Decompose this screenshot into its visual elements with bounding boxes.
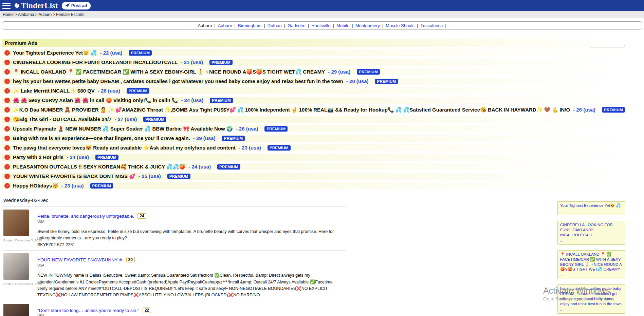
premium-badge: PREMIUM xyxy=(95,155,118,160)
city-link-montgomery[interactable]: Montgomery xyxy=(355,23,380,28)
sidebar-ad-ellipsis: ... xyxy=(560,272,623,278)
city-link-dothan[interactable]: Dothan xyxy=(268,23,282,28)
premium-ad-age: - 20 (usa) xyxy=(346,78,369,84)
premium-badge: PREMIUM xyxy=(268,145,291,151)
age-badge: 22 xyxy=(143,308,151,313)
city-link-gadsden[interactable]: Gadsden xyxy=(288,23,306,28)
paper-plane-icon xyxy=(65,3,70,8)
city-link-muscle-shoals[interactable]: Muscle Shoals xyxy=(386,23,415,28)
sidebar-ad-title: 📍 INCALL OAKLAND 📍 ✅ FACETIME/CAR ✅ WITH… xyxy=(560,252,623,272)
premium-ad-row[interactable]: ↑ The pawg that everyone loves😻 Ready an… xyxy=(2,144,629,151)
premium-ad-row[interactable]: ↑ Upscale Playmate 💄 NEW NUMBER 💦 Super … xyxy=(2,125,629,132)
premium-ad-row[interactable]: ↑ Happy HOlidays🥳 - 23 (usa) PREMIUM xyxy=(2,182,629,189)
premium-ad-row[interactable]: ↑ hey its your best wettes petite baby D… xyxy=(2,78,629,85)
date-heading: Wednesday-03-Dec xyxy=(3,195,346,206)
premium-ad-row[interactable]: ↑ PLEASANTON OUTCALLS !! SEXY KOREAN🥰 TH… xyxy=(2,163,629,170)
listing-photo[interactable] xyxy=(3,253,29,280)
premium-ad-age: - 25 (usa) xyxy=(139,173,161,179)
sidebar-ad-box[interactable]: 📍 INCALL OAKLAND 📍 ✅ FACETIME/CAR ✅ WITH… xyxy=(557,250,625,279)
ad-placeholder-box xyxy=(589,44,625,47)
bump-up-icon: ↑ xyxy=(4,79,10,84)
listing-row: Posted: December 3, 2025 "Don't stare to… xyxy=(3,301,346,316)
listing-photo[interactable] xyxy=(3,210,29,236)
premium-badge: PREMIUM xyxy=(357,69,380,75)
premium-ad-row[interactable]: ↑ 🌺 🌺 Sexy CuRvy Asian 🌺 🌺 in call 🍑 vis… xyxy=(2,97,629,104)
breadcrumb: Home > Alabama > Auburn > Female Escorts xyxy=(0,11,644,18)
listing-title-link[interactable]: YOUR NEW FAVORITE SNOWBUNNY ❄ xyxy=(37,257,123,262)
city-link-huntsville[interactable]: Huntsville xyxy=(311,23,330,28)
breadcrumb-separator: > xyxy=(35,12,37,17)
premium-ad-age: - 24 (usa) xyxy=(181,97,203,103)
city-separator: | xyxy=(445,23,446,28)
premium-ads-heading: Premium Ads xyxy=(2,39,629,47)
city-separator: | xyxy=(284,23,285,28)
premium-badge: PREMIUM xyxy=(129,50,152,56)
premium-ad-row[interactable]: ↑ Party with 2 Hot girls - 24 (usa) PREM… xyxy=(2,154,629,161)
city-separator: | xyxy=(352,23,353,28)
premium-ad-title: 🌺 🌺 Sexy CuRvy Asian 🌺 🌺 in call 🍑 visit… xyxy=(13,97,178,103)
bump-up-icon: ↑ xyxy=(4,88,10,94)
city-separator: | xyxy=(417,23,418,28)
top-bar: TinderList Post ad xyxy=(0,0,644,11)
bump-up-icon: ↑ xyxy=(4,155,10,160)
city-link-birmingham[interactable]: Birmingham xyxy=(238,23,261,28)
age-badge: 24 xyxy=(137,213,146,219)
premium-ad-row[interactable]: ↑ Your Tightest Experience Yet😼 💦 - 22 (… xyxy=(2,49,629,56)
bump-up-icon: ↑ xyxy=(4,107,10,113)
premium-badge: PREMIUM xyxy=(127,88,150,94)
city-link-tuscaloosa[interactable]: Tuscaloosa xyxy=(420,23,443,28)
premium-ad-row[interactable]: ↑ ✨K.O Daa NUMBER 🧸 PROVIDER 🙎 ✨ 💕AMAZIN… xyxy=(2,106,629,113)
premium-ad-row[interactable]: ↑ 📍 INCALL OAKLAND 📍 ✅ FACETIME/CAR ✅ WI… xyxy=(2,68,629,75)
sidebar-ad-title: Your Tightest Experience Yet😼 💦 xyxy=(560,203,623,208)
listing-phone: SKYE702-577-2251 xyxy=(37,242,336,248)
premium-badge: PREMIUM xyxy=(209,60,233,65)
listing-title-link[interactable]: "Don't stare too long… unless you're rea… xyxy=(37,308,139,313)
premium-ad-title: Upscale Playmate 💄 NEW NUMBER 💦 Super So… xyxy=(13,126,233,132)
menu-icon[interactable] xyxy=(2,3,11,9)
premium-badge: PREMIUM xyxy=(602,107,625,113)
bump-up-icon: ↑ xyxy=(4,117,10,122)
listing-photo[interactable] xyxy=(3,304,29,316)
sidebar-ad-box[interactable]: Your Tightest Experience Yet😼 💦 ... xyxy=(557,201,625,215)
premium-ad-title: CINDERELLA LOOKING FOR FUN!!! OAKLAND!!!… xyxy=(13,59,178,65)
city-separator: | xyxy=(382,23,383,28)
premium-ad-row[interactable]: ↑ YOUR WINTER FAVORITE IS BACK DONT MISS… xyxy=(2,173,629,180)
breadcrumb-separator: > xyxy=(53,12,55,17)
sidebar-ad-box[interactable]: CINDERELLA LOOKING FOR FUN!!! OAKLAND!!!… xyxy=(557,221,625,245)
premium-ad-age: - 22 (usa) xyxy=(100,50,123,56)
premium-ad-title: 📍 INCALL OAKLAND 📍 ✅ FACETIME/CAR ✅ WITH… xyxy=(13,69,325,75)
age-badge: 20 xyxy=(126,257,135,262)
bump-up-icon: ↑ xyxy=(4,174,10,179)
city-link-mobile[interactable]: Mobile xyxy=(336,23,349,28)
premium-badge: PREMIUM xyxy=(143,117,166,122)
breadcrumb-category[interactable]: Female Escorts xyxy=(56,12,84,17)
post-ad-button[interactable]: Post ad xyxy=(62,2,91,9)
listings-section: Wednesday-03-Dec Posted: December 3, 202… xyxy=(3,195,346,316)
premium-badge: PREMIUM xyxy=(375,79,398,84)
city-separator: | xyxy=(308,23,309,28)
site-logo[interactable]: TinderList xyxy=(14,1,58,10)
city-nav: Auburn | Auburn | Birmingham | Dothan | … xyxy=(2,21,642,29)
listing-country: USA xyxy=(37,263,336,267)
premium-ad-row[interactable]: ↑ CINDERELLA LOOKING FOR FUN!!! OAKLAND!… xyxy=(2,59,629,66)
listing-title-link[interactable]: Petite, brunette, and dangerously unforg… xyxy=(37,214,134,219)
city-separator: | xyxy=(235,23,236,28)
breadcrumb-city[interactable]: Auburn xyxy=(38,12,52,17)
premium-ad-row[interactable]: ↑ Being with me is an experience—one tha… xyxy=(2,135,629,142)
city-link-auburn[interactable]: Auburn xyxy=(218,23,232,28)
activate-windows-watermark-subtext: Go to Settings to activate Windows. xyxy=(543,296,615,301)
premium-ad-age: - 26 (usa) xyxy=(236,126,258,132)
premium-ad-title: hey its your best wettes petite baby DRE… xyxy=(13,78,343,84)
premium-ad-age: - 24 (usa) xyxy=(188,164,211,170)
posted-date: Posted: December 3, 2025 xyxy=(3,238,30,242)
breadcrumb-home[interactable]: Home xyxy=(3,12,14,17)
premium-ad-row[interactable]: ↑ 😘Big Tits Girl - OUTCALL Available 24/… xyxy=(2,116,629,123)
brand-name: TinderList xyxy=(21,1,58,10)
premium-ad-row[interactable]: ↑ ✨ Lake Merritt INCALL✨ $80 QV - 28 (us… xyxy=(2,87,629,94)
breadcrumb-state[interactable]: Alabama xyxy=(18,12,34,17)
activate-windows-watermark: Activate Windows xyxy=(543,286,610,296)
premium-ad-age: - 29 (usa) xyxy=(328,69,350,75)
premium-ad-age: - 27 (usa) xyxy=(114,116,137,122)
premium-ad-title: ✨ Lake Merritt INCALL✨ $80 QV xyxy=(13,88,95,94)
listing-description: Sweet like honey, bold like espresso. Pe… xyxy=(37,229,336,242)
